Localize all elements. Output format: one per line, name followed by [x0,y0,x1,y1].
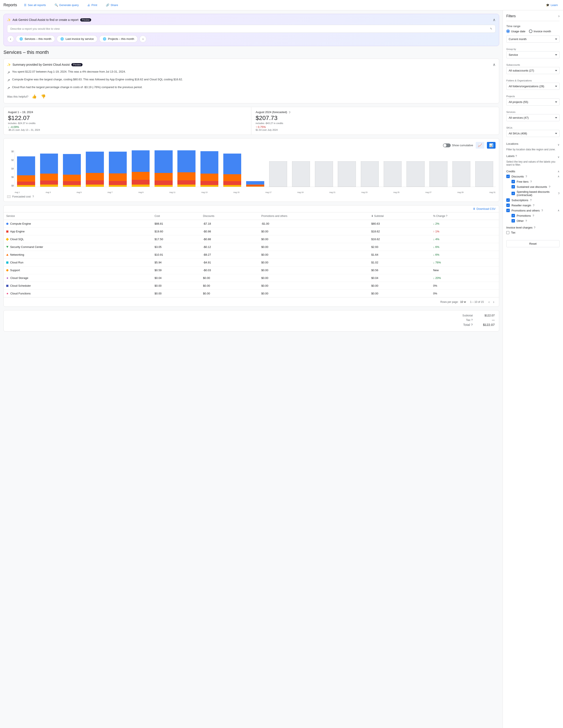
subtotal-cell: $1.64 [369,251,431,259]
thumbs-up-button[interactable]: 👍 [31,93,37,100]
sustained-help-icon[interactable]: ? [549,185,550,188]
promotions-checkbox[interactable] [512,214,515,217]
forecasted-amount: $207.73 [255,115,495,121]
spending-checkbox[interactable] [512,192,515,195]
toggle-switch[interactable] [443,143,451,147]
bar-stack-9 [223,154,241,187]
sidebar-toggle-button[interactable]: › [558,14,560,18]
discounts-checkbox[interactable] [506,175,510,178]
see-all-reports-link[interactable]: ☰ See all reports [22,3,48,8]
labels-help-icon[interactable]: ? [515,154,517,158]
invoice-charges-help-icon[interactable]: ? [534,226,535,229]
subaccounts-select[interactable]: All subaccounts (27) [506,67,560,74]
locations-desc: Filter by location data like region and … [506,148,560,151]
total-help-icon[interactable]: ? [471,323,473,327]
reseller-checkbox[interactable] [506,204,510,207]
promotions-help-icon[interactable]: ? [533,214,534,217]
thumbs-down-button[interactable]: 👎 [40,93,47,100]
page-nav: ‹ › [487,300,496,304]
bar-group-4 [106,150,129,187]
chip-next-button[interactable]: › [139,36,146,42]
chip-last-invoice[interactable]: 🌐 Last invoice by service [57,35,97,42]
subtotal-value: $122.07 [480,314,495,317]
change-help-icon[interactable]: ? [446,215,448,218]
promotions-others-checkbox[interactable] [506,209,510,212]
subscriptions-checkbox[interactable] [506,198,510,202]
bar-segment [223,154,241,174]
spending-help-icon[interactable]: ? [558,192,560,195]
legend-help-icon[interactable]: ? [32,195,34,198]
chip-services-month[interactable]: 🌐 Services – this month [16,35,55,42]
line-chart-button[interactable]: 📈 [476,142,484,149]
subscriptions-help-icon[interactable]: ? [530,199,532,202]
usage-date-option[interactable]: Usage date [506,30,526,33]
next-page-button[interactable]: › [492,300,496,304]
main-layout: ✨ Ask Gemini Cloud Assist to find or cre… [0,10,563,728]
forecast-help-icon[interactable]: ? [289,111,290,114]
change-cell: ↓ 6% [431,251,499,259]
summary-title: ✨ Summary provided by Gemini Cloud Assis… [7,63,83,66]
subtotal-cell: $0.56 [369,266,431,274]
discounts-help-icon[interactable]: ? [526,175,527,178]
subtotal-cell: $0.00 [369,290,431,297]
folders-select[interactable]: All folders/organizations (28) [506,83,560,90]
services-select[interactable]: All services (47) [506,114,560,121]
labels-chevron-icon[interactable]: ∨ [558,156,560,159]
cost-cell: $0.04 [152,274,200,282]
other-checkbox[interactable] [512,219,515,222]
usage-date-radio[interactable] [506,30,510,33]
free-tiers-help-icon[interactable]: ? [530,180,532,183]
group-by-select[interactable]: Service [506,51,560,58]
tax-help-icon[interactable]: ? [471,318,473,322]
gcp-logo-2: 🌐 [60,37,64,40]
promotions-cell: -$1.00 [258,220,369,228]
chip-projects-month[interactable]: 🌐 Projects – this month [99,35,138,42]
summary-collapse-button[interactable]: ∧ [493,62,496,67]
download-csv-button[interactable]: ⬇ Download CSV [473,207,496,210]
bar-segment [109,173,127,181]
learn-link[interactable]: 🎓 Learn [544,3,560,8]
share-link[interactable]: 🔗 Share [104,3,120,8]
prev-page-button[interactable]: ‹ [487,300,491,304]
gemini-collapse-button[interactable]: ∧ [493,17,496,22]
print-link[interactable]: 🖨 Print [86,3,99,8]
bar-segment [86,185,104,187]
tax-checkbox[interactable] [506,231,509,234]
chip-prev-button[interactable]: ‹ [7,36,14,42]
credits-chevron-icon[interactable]: ∧ [558,170,560,173]
services-section: Services All services (47) [506,111,560,123]
change-cell: ↑ 1% [431,228,499,235]
other-help-icon[interactable]: ? [526,219,527,222]
bar-segment [86,180,104,185]
bar-chart-button[interactable]: 📊 [487,142,496,149]
bar-segment [200,174,218,181]
invoice-month-radio[interactable] [529,30,532,33]
reseller-help-icon[interactable]: ? [533,204,534,207]
gemini-input-box[interactable]: Describe a report you would like to view… [7,25,496,33]
rows-per-page-select[interactable]: 10 25 50 [459,300,467,304]
current-month-select[interactable]: Current month [506,36,560,43]
promotions-expand-icon[interactable]: ∧ [558,209,560,212]
service-name-cell: Cloud Scheduler [4,282,152,290]
generate-query-link[interactable]: 🔍 Generate query [53,3,80,8]
skus-select[interactable]: All SKUs (408) [506,130,560,137]
invoice-month-option[interactable]: Invoice month [529,30,551,33]
reset-button[interactable]: Reset [506,240,560,247]
bar-segment [86,173,104,180]
free-tiers-checkbox[interactable] [512,180,515,183]
bar-segment [177,185,195,187]
bar-segment [109,181,127,185]
promotions-others-help-icon[interactable]: ? [541,209,543,212]
chart-controls: Show cumulative 📈 📊 [7,142,496,149]
show-cumulative-toggle[interactable]: Show cumulative [443,143,473,147]
discounts-expand-icon[interactable]: ∧ [558,175,560,178]
col-promotions: Promotions and others [258,212,369,220]
projects-select[interactable]: All projects (55) [506,98,560,106]
bar-segment [154,173,172,180]
promotions-cell: $0.00 [258,266,369,274]
promotions-cell: $0.00 [258,228,369,235]
sustained-checkbox[interactable] [512,185,515,188]
table-row: Networking $10.91 -$9.27 $0.00 $1.64 ↓ 6… [4,251,499,259]
locations-chevron-icon[interactable]: ∨ [558,143,560,146]
bar-group-16 [382,150,404,187]
